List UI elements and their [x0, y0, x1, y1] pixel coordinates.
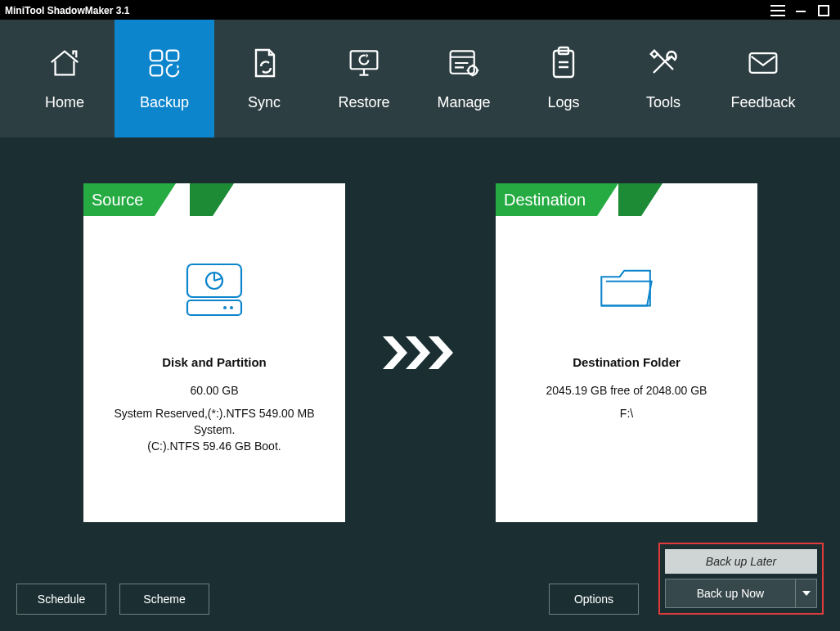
- folder-icon: [594, 257, 659, 322]
- manage-icon: [447, 47, 480, 79]
- tools-icon: [647, 47, 680, 79]
- source-label: Source: [92, 191, 143, 210]
- title-bar: MiniTool ShadowMaker 3.1: [0, 0, 840, 20]
- backup-later-button[interactable]: Back up Later: [665, 549, 817, 574]
- source-header: Source: [83, 183, 155, 216]
- tab-feedback[interactable]: Feedback: [713, 20, 813, 137]
- schedule-label: Schedule: [38, 593, 85, 606]
- tab-restore-label: Restore: [338, 94, 389, 111]
- backup-icon: [148, 47, 181, 79]
- svg-rect-2: [167, 50, 179, 61]
- disk-icon: [182, 257, 247, 322]
- destination-header: Destination: [496, 183, 597, 216]
- options-button[interactable]: Options: [549, 584, 639, 615]
- svg-marker-17: [406, 336, 430, 369]
- destination-panel[interactable]: Destination Destination Folder 2045.19 G…: [496, 183, 757, 522]
- tab-backup[interactable]: Backup: [115, 20, 214, 137]
- app-title: MiniTool ShadowMaker 3.1: [5, 5, 129, 16]
- source-panel[interactable]: Source Disk and Partition 60.00 GB: [83, 183, 345, 522]
- tab-feedback-label: Feedback: [730, 94, 795, 111]
- svg-rect-3: [150, 65, 163, 75]
- destination-heading: Destination Folder: [505, 355, 748, 369]
- destination-label: Destination: [504, 191, 586, 210]
- svg-rect-0: [819, 6, 829, 16]
- backup-later-label: Back up Later: [706, 555, 776, 568]
- main-tabs: Home Backup Sync: [0, 20, 840, 137]
- backup-now-button[interactable]: Back up Now: [665, 579, 796, 608]
- tab-sync[interactable]: Sync: [214, 20, 314, 137]
- svg-marker-16: [383, 336, 407, 369]
- scheme-label: Scheme: [143, 593, 185, 606]
- svg-rect-1: [150, 50, 163, 61]
- backup-now-dropdown[interactable]: [796, 579, 817, 608]
- tab-logs[interactable]: Logs: [514, 20, 613, 137]
- svg-rect-4: [351, 51, 378, 69]
- arrow-icon: [345, 183, 496, 522]
- backup-button-group: Back up Later Back up Now: [658, 543, 824, 615]
- bottom-bar: Schedule Scheme Options Back up Later Ba…: [16, 562, 824, 615]
- svg-marker-19: [802, 591, 811, 596]
- chevron-down-icon: [802, 591, 811, 596]
- scheme-button[interactable]: Scheme: [119, 584, 209, 615]
- tab-restore[interactable]: Restore: [314, 20, 414, 137]
- source-detail-1: System Reserved,(*:).NTFS 549.00 MB Syst…: [93, 405, 335, 438]
- source-heading: Disk and Partition: [93, 355, 335, 369]
- destination-path: F:\: [505, 405, 748, 421]
- svg-rect-10: [750, 53, 777, 73]
- svg-point-14: [230, 306, 233, 309]
- svg-marker-18: [429, 336, 453, 369]
- tab-manage-label: Manage: [437, 94, 490, 111]
- backup-now-label: Back up Now: [697, 587, 764, 600]
- source-size: 60.00 GB: [93, 384, 335, 397]
- menu-icon[interactable]: [766, 1, 789, 20]
- tab-logs-label: Logs: [547, 94, 579, 111]
- tab-home[interactable]: Home: [15, 20, 115, 137]
- destination-free: 2045.19 GB free of 2048.00 GB: [505, 384, 748, 397]
- svg-point-15: [223, 306, 227, 309]
- restore-icon: [348, 47, 380, 79]
- tab-home-label: Home: [45, 94, 84, 111]
- tab-tools-label: Tools: [646, 94, 681, 111]
- home-icon: [48, 47, 81, 79]
- source-detail-2: (C:).NTFS 59.46 GB Boot.: [93, 438, 335, 454]
- sync-icon: [248, 47, 281, 79]
- tab-backup-label: Backup: [140, 94, 189, 111]
- schedule-button[interactable]: Schedule: [16, 584, 106, 615]
- options-label: Options: [574, 593, 613, 606]
- minimize-icon[interactable]: [789, 1, 812, 20]
- svg-rect-12: [187, 300, 241, 315]
- tab-manage[interactable]: Manage: [414, 20, 514, 137]
- feedback-icon: [747, 47, 779, 79]
- svg-rect-9: [651, 50, 658, 56]
- content-area: Source Disk and Partition 60.00 GB: [0, 137, 840, 631]
- tab-sync-label: Sync: [248, 94, 281, 111]
- tab-tools[interactable]: Tools: [613, 20, 713, 137]
- maximize-icon[interactable]: [812, 1, 835, 20]
- logs-icon: [547, 47, 580, 79]
